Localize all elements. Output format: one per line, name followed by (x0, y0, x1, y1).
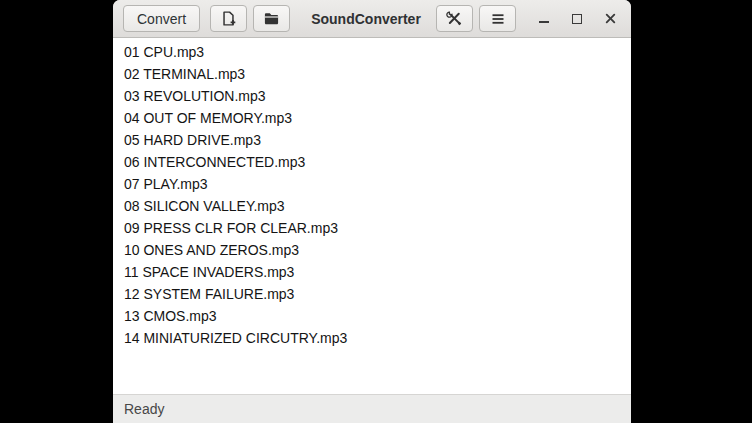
list-item[interactable]: 08 SILICON VALLEY.mp3 (113, 195, 631, 217)
soundconverter-window: Convert SoundConverter (113, 0, 631, 423)
add-file-button[interactable] (210, 5, 247, 32)
list-item[interactable]: 09 PRESS CLR FOR CLEAR.mp3 (113, 217, 631, 239)
list-item[interactable]: 11 SPACE INVADERS.mp3 (113, 261, 631, 283)
list-item[interactable]: 03 REVOLUTION.mp3 (113, 85, 631, 107)
hamburger-menu-icon (490, 11, 506, 27)
list-item[interactable]: 14 MINIATURIZED CIRCUTRY.mp3 (113, 327, 631, 349)
list-item[interactable]: 02 TERMINAL.mp3 (113, 63, 631, 85)
menu-button[interactable] (479, 5, 516, 32)
window-title: SoundConverter (296, 11, 436, 27)
preferences-button[interactable] (436, 5, 473, 32)
list-item[interactable]: 10 ONES AND ZEROS.mp3 (113, 239, 631, 261)
maximize-icon (572, 14, 582, 24)
file-list: 01 CPU.mp302 TERMINAL.mp303 REVOLUTION.m… (113, 38, 631, 394)
add-file-icon (220, 10, 237, 27)
minimize-icon (539, 21, 549, 23)
status-bar: Ready (113, 394, 631, 423)
list-item[interactable]: 13 CMOS.mp3 (113, 305, 631, 327)
convert-button[interactable]: Convert (123, 5, 200, 32)
list-item[interactable]: 06 INTERCONNECTED.mp3 (113, 151, 631, 173)
maximize-button[interactable] (566, 6, 588, 32)
headerbar: Convert SoundConverter (113, 0, 631, 38)
minimize-button[interactable] (533, 6, 555, 32)
headerbar-right-group (436, 5, 621, 32)
list-item[interactable]: 01 CPU.mp3 (113, 41, 631, 63)
status-text: Ready (124, 401, 164, 417)
list-item[interactable]: 07 PLAY.mp3 (113, 173, 631, 195)
list-item[interactable]: 05 HARD DRIVE.mp3 (113, 129, 631, 151)
list-item[interactable]: 12 SYSTEM FAILURE.mp3 (113, 283, 631, 305)
close-button[interactable] (599, 6, 621, 32)
add-folder-icon (263, 10, 280, 27)
preferences-icon (446, 10, 463, 27)
add-folder-button[interactable] (253, 5, 290, 32)
list-item[interactable]: 04 OUT OF MEMORY.mp3 (113, 107, 631, 129)
close-icon (604, 12, 617, 25)
